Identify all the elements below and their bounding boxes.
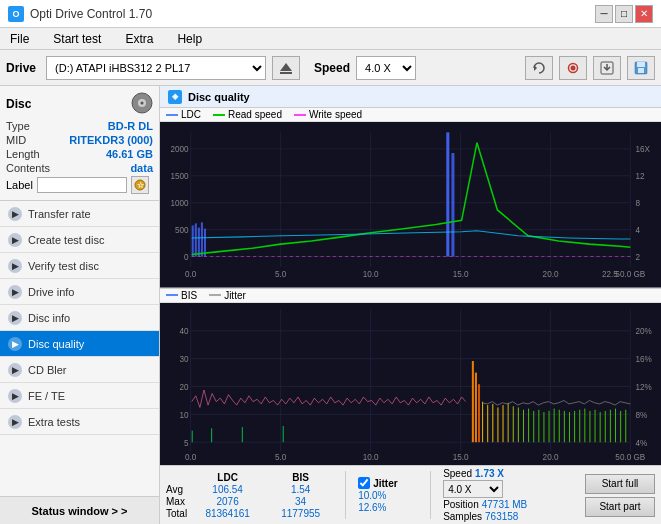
svg-rect-91 bbox=[508, 402, 509, 441]
svg-rect-79 bbox=[192, 430, 193, 442]
nav-items: ▶ Transfer rate ▶ Create test disc ▶ Ver… bbox=[0, 201, 159, 496]
svg-text:16X: 16X bbox=[635, 145, 650, 154]
type-label: Type bbox=[6, 120, 30, 132]
max-label: Max bbox=[166, 496, 187, 507]
bis-legend-item: BIS bbox=[166, 290, 197, 301]
svg-text:10: 10 bbox=[180, 409, 189, 420]
app-icon: O bbox=[8, 6, 24, 22]
svg-rect-95 bbox=[528, 408, 529, 442]
speed-label: Speed bbox=[314, 61, 350, 75]
svg-rect-51 bbox=[160, 303, 661, 465]
menu-start-test[interactable]: Start test bbox=[47, 30, 107, 48]
nav-verify-test-disc[interactable]: ▶ Verify test disc bbox=[0, 253, 159, 279]
svg-point-12 bbox=[141, 102, 144, 105]
start-part-button[interactable]: Start part bbox=[585, 497, 655, 517]
position-label: Position bbox=[443, 499, 479, 510]
svg-text:10.0: 10.0 bbox=[363, 451, 379, 462]
main-layout: Disc Type BD-R DL MID RITEKDR3 (000) bbox=[0, 86, 661, 524]
svg-rect-1 bbox=[280, 72, 292, 74]
jitter-checkbox[interactable] bbox=[358, 477, 370, 489]
disc-type-row: Type BD-R DL bbox=[6, 120, 153, 132]
svg-rect-104 bbox=[574, 410, 575, 441]
svg-rect-89 bbox=[497, 407, 498, 442]
nav-drive-info[interactable]: ▶ Drive info bbox=[0, 279, 159, 305]
svg-rect-106 bbox=[584, 408, 585, 442]
length-value: 46.61 GB bbox=[106, 148, 153, 160]
maximize-button[interactable]: □ bbox=[615, 5, 633, 23]
title-bar: O Opti Drive Control 1.70 ─ □ ✕ bbox=[0, 0, 661, 28]
speed-stat-select[interactable]: 4.0 X bbox=[443, 480, 503, 498]
nav-disc-quality-label: Disc quality bbox=[28, 338, 84, 350]
menu-help[interactable]: Help bbox=[171, 30, 208, 48]
transfer-rate-icon: ▶ bbox=[8, 207, 22, 221]
ldc-avg: 106.54 bbox=[212, 484, 243, 495]
nav-disc-info-label: Disc info bbox=[28, 312, 70, 324]
nav-disc-info[interactable]: ▶ Disc info bbox=[0, 305, 159, 331]
svg-rect-109 bbox=[600, 412, 601, 442]
menu-extra[interactable]: Extra bbox=[119, 30, 159, 48]
minimize-button[interactable]: ─ bbox=[595, 5, 613, 23]
speed-select[interactable]: 4.0 X 1.0 X 2.0 X 8.0 X bbox=[356, 56, 416, 80]
svg-text:20: 20 bbox=[180, 381, 189, 392]
svg-rect-82 bbox=[283, 426, 284, 442]
save-button[interactable] bbox=[627, 56, 655, 80]
chart-icon: ◈ bbox=[168, 90, 182, 104]
type-value: BD-R DL bbox=[108, 120, 153, 132]
nav-verify-test-disc-label: Verify test disc bbox=[28, 260, 99, 272]
svg-rect-47 bbox=[201, 222, 203, 256]
title-bar-controls: ─ □ ✕ bbox=[595, 5, 653, 23]
bis-avg: 1.54 bbox=[291, 484, 310, 495]
svg-text:40: 40 bbox=[180, 325, 189, 336]
svg-rect-110 bbox=[605, 410, 606, 441]
start-full-button[interactable]: Start full bbox=[585, 474, 655, 494]
drive-select[interactable]: (D:) ATAPI iHBS312 2 PL17 bbox=[46, 56, 266, 80]
jitter-legend-color bbox=[209, 294, 221, 296]
extra-tests-icon: ▶ bbox=[8, 415, 22, 429]
svg-rect-100 bbox=[554, 408, 555, 442]
svg-rect-108 bbox=[595, 409, 596, 441]
nav-cd-bler-label: CD Bler bbox=[28, 364, 67, 376]
svg-text:10.0: 10.0 bbox=[363, 270, 379, 279]
menu-file[interactable]: File bbox=[4, 30, 35, 48]
jitter-legend-label: Jitter bbox=[224, 290, 246, 301]
svg-rect-50 bbox=[451, 153, 454, 256]
refresh-button[interactable] bbox=[525, 56, 553, 80]
eject-button[interactable] bbox=[272, 56, 300, 80]
nav-disc-quality[interactable]: ▶ Disc quality bbox=[0, 331, 159, 357]
svg-text:12: 12 bbox=[635, 172, 645, 181]
bis-stats-col: BIS 1.54 34 1177955 bbox=[268, 472, 333, 519]
svg-rect-9 bbox=[638, 68, 644, 73]
svg-text:12%: 12% bbox=[635, 381, 652, 392]
nav-extra-tests[interactable]: ▶ Extra tests bbox=[0, 409, 159, 435]
svg-rect-113 bbox=[620, 410, 621, 441]
settings-button[interactable] bbox=[559, 56, 587, 80]
svg-rect-105 bbox=[579, 409, 580, 441]
close-button[interactable]: ✕ bbox=[635, 5, 653, 23]
svg-rect-101 bbox=[559, 409, 560, 441]
svg-text:50.0 GB: 50.0 GB bbox=[615, 451, 645, 462]
app-title: Opti Drive Control 1.70 bbox=[30, 7, 152, 21]
disc-contents-row: Contents data bbox=[6, 162, 153, 174]
write-speed-legend-color bbox=[294, 114, 306, 116]
contents-label: Contents bbox=[6, 162, 50, 174]
nav-create-test-disc[interactable]: ▶ Create test disc bbox=[0, 227, 159, 253]
status-window-button[interactable]: Status window > > bbox=[0, 496, 159, 524]
export-button[interactable] bbox=[593, 56, 621, 80]
label-input[interactable] bbox=[37, 177, 127, 193]
label-browse-button[interactable]: ☆ bbox=[131, 176, 149, 194]
nav-transfer-rate[interactable]: ▶ Transfer rate bbox=[0, 201, 159, 227]
stats-row: X Avg Max Total LDC 106.54 2076 81364161… bbox=[166, 468, 655, 522]
mid-label: MID bbox=[6, 134, 26, 146]
svg-text:8: 8 bbox=[635, 199, 640, 208]
svg-text:20.0: 20.0 bbox=[543, 270, 559, 279]
svg-rect-99 bbox=[549, 410, 550, 441]
drive-info-icon: ▶ bbox=[8, 285, 22, 299]
nav-cd-bler[interactable]: ▶ CD Bler bbox=[0, 357, 159, 383]
nav-create-test-disc-label: Create test disc bbox=[28, 234, 104, 246]
svg-rect-102 bbox=[564, 410, 565, 441]
nav-fe-te[interactable]: ▶ FE / TE bbox=[0, 383, 159, 409]
chart-title: Disc quality bbox=[188, 91, 250, 103]
svg-rect-80 bbox=[211, 428, 212, 442]
mid-value: RITEKDR3 (000) bbox=[69, 134, 153, 146]
disc-panel: Disc Type BD-R DL MID RITEKDR3 (000) bbox=[0, 86, 159, 201]
